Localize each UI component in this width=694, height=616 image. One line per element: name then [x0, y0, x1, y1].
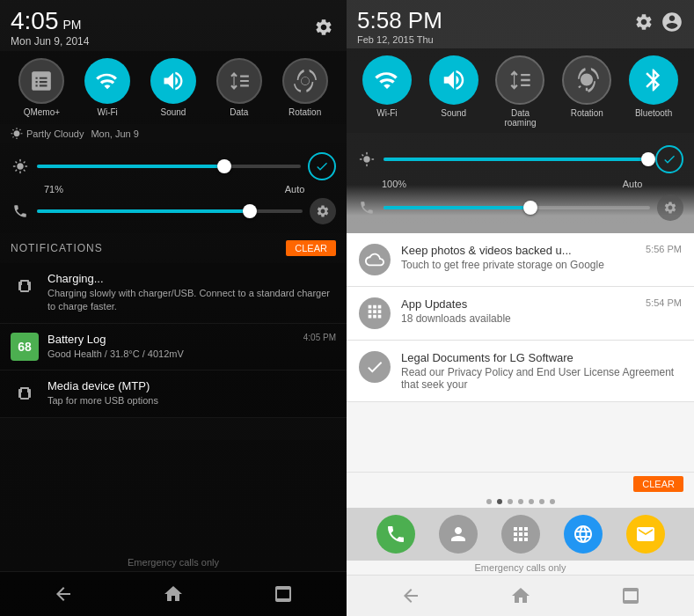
right-volume-track[interactable]	[384, 206, 650, 209]
left-recent-button[interactable]	[264, 581, 303, 607]
right-settings-button[interactable]	[634, 12, 654, 32]
left-volume-settings-btn[interactable]	[310, 198, 336, 224]
right-quick-toggles: Wi-Fi Sound Dataroaming	[347, 48, 694, 133]
right-home-button[interactable]	[501, 583, 540, 609]
left-notif-charging[interactable]: Charging... Charging slowly with charger…	[0, 263, 347, 324]
right-toggle-rotation[interactable]: Rotation	[562, 55, 611, 133]
right-back-button[interactable]	[391, 583, 430, 609]
left-notif-battery[interactable]: 68 Battery Log Good Health / 31.8°C / 40…	[0, 324, 347, 370]
dock-grid-button[interactable]	[501, 515, 540, 554]
right-clear-button[interactable]: CLEAR	[633, 476, 683, 492]
right-phone-icon	[357, 198, 376, 217]
left-toggle-rotation-circle	[282, 58, 328, 104]
right-toggle-sound[interactable]: Sound	[429, 55, 478, 133]
right-toggle-rotation-label: Rotation	[571, 108, 603, 123]
left-volume-fill	[37, 209, 250, 213]
right-volume-settings-btn[interactable]	[657, 194, 683, 221]
left-notif-battery-desc: Good Health / 31.8°C / 4012mV	[47, 348, 295, 361]
right-toggle-sound-label: Sound	[441, 108, 466, 123]
left-toggle-rotation-label: Rotation	[289, 107, 321, 117]
left-toggle-rotation[interactable]: Rotation	[282, 58, 328, 117]
left-toggle-sound[interactable]: Sound	[150, 58, 196, 117]
left-notif-mtp-desc: Tap for more USB options	[47, 394, 336, 407]
right-status-icons	[634, 11, 683, 33]
left-ampm: PM	[63, 18, 82, 32]
right-brightness-fill	[384, 158, 648, 161]
left-time: 4:05	[11, 7, 59, 35]
left-notif-charging-desc: Charging slowly with charger/USB. Connec…	[47, 287, 336, 314]
right-notif-legal-title: Legal Documents for LG Software	[401, 351, 682, 364]
right-notif-appupdates[interactable]: App Updates 18 downloads available 5:54 …	[347, 287, 694, 341]
right-toggle-bluetooth-label: Bluetooth	[635, 108, 672, 123]
right-emergency-text: Emergency calls only	[347, 561, 694, 575]
right-sliders: 100% Auto	[347, 133, 694, 233]
left-notif-header: NOTIFICATIONS CLEAR	[0, 233, 347, 263]
left-auto-brightness-btn[interactable]	[308, 152, 336, 180]
right-toggle-wifi[interactable]: Wi-Fi	[362, 55, 412, 133]
left-back-button[interactable]	[44, 581, 83, 607]
right-volume-fill	[384, 206, 530, 209]
right-toggle-dataroaming-label: Dataroaming	[504, 108, 536, 133]
left-toggle-data-label: Data	[230, 107, 248, 117]
left-notif-battery-title: Battery Log	[47, 333, 295, 346]
brightness-icon	[11, 157, 30, 176]
left-settings-button[interactable]	[311, 15, 336, 40]
check-icon	[359, 351, 391, 383]
apps-icon	[359, 297, 391, 329]
left-clear-button[interactable]: CLEAR	[286, 240, 336, 256]
dot-5	[529, 499, 534, 504]
left-date: Mon Jun 9, 2014	[11, 35, 89, 48]
left-notif-mtp[interactable]: Media device (MTP) Tap for more USB opti…	[0, 370, 347, 417]
left-smart-notice: Mon, Jun 9	[91, 128, 138, 139]
right-toggle-dataroaming-circle	[495, 55, 544, 105]
right-toggle-sound-circle	[429, 55, 478, 105]
left-brightness-row	[11, 152, 336, 180]
right-notif-appupdates-desc: 18 downloads available	[401, 312, 635, 325]
right-notif-appupdates-body: App Updates 18 downloads available	[401, 297, 635, 325]
right-notif-photos-time: 5:56 PM	[646, 244, 682, 254]
left-toggle-qmemo[interactable]: QMemo+	[18, 58, 64, 117]
left-volume-thumb	[243, 204, 257, 218]
right-auto-brightness-btn[interactable]	[655, 145, 683, 173]
right-toggle-bluetooth[interactable]: Bluetooth	[629, 55, 678, 133]
left-brightness-fill	[37, 165, 224, 168]
left-brightness-track[interactable]	[37, 165, 301, 168]
left-panel: 4:05 PM Mon Jun 9, 2014 QMemo+	[0, 0, 347, 616]
left-notif-charging-body: Charging... Charging slowly with charger…	[47, 272, 336, 314]
charging-icon	[11, 272, 39, 300]
dock-contacts-button[interactable]	[439, 515, 478, 554]
left-home-button[interactable]	[154, 581, 193, 607]
left-toggle-wifi[interactable]: Wi-Fi	[84, 58, 130, 117]
right-clear-row: CLEAR	[347, 472, 694, 495]
right-recent-button[interactable]	[611, 583, 650, 609]
left-volume-track[interactable]	[37, 209, 303, 213]
dock-phone-button[interactable]	[376, 515, 415, 554]
dot-7	[550, 499, 555, 504]
right-notif-legal[interactable]: Legal Documents for LG Software Read our…	[347, 341, 694, 402]
left-notif-mtp-title: Media device (MTP)	[47, 379, 336, 392]
right-toggle-rotation-circle	[562, 55, 611, 105]
right-date: Feb 12, 2015 Thu	[357, 34, 442, 45]
right-notif-appupdates-title: App Updates	[401, 297, 635, 311]
dock-browser-button[interactable]	[564, 515, 603, 554]
right-status-bar: 5:58 PM Feb 12, 2015 Thu	[347, 0, 694, 48]
battery-log-icon: 68	[11, 333, 39, 361]
right-toggle-dataroaming[interactable]: Dataroaming	[495, 55, 544, 133]
left-toggle-data[interactable]: Data	[216, 58, 262, 117]
right-notif-photos[interactable]: Keep photos & videos backed u... Touch t…	[347, 233, 694, 287]
right-profile-button[interactable]	[661, 11, 683, 33]
left-wallpaper-area: Emergency calls only	[0, 440, 347, 617]
cloud-icon	[359, 244, 391, 275]
right-notif-list: Keep photos & videos backed u... Touch t…	[347, 233, 694, 472]
right-brightness-thumb	[641, 152, 655, 166]
right-bottom-area: CLEAR	[347, 472, 694, 616]
right-notif-legal-desc: Read our Privacy Policy and End User Lic…	[401, 366, 682, 391]
left-notif-battery-body: Battery Log Good Health / 31.8°C / 4012m…	[47, 333, 295, 361]
left-emergency-text: Emergency calls only	[0, 554, 347, 571]
right-brightness-track[interactable]	[384, 158, 648, 161]
left-auto-label: Auto	[281, 184, 308, 194]
right-app-dock	[347, 508, 694, 561]
left-bottom-nav	[0, 571, 347, 616]
dot-3	[508, 499, 513, 504]
dock-email-button[interactable]	[626, 515, 665, 554]
